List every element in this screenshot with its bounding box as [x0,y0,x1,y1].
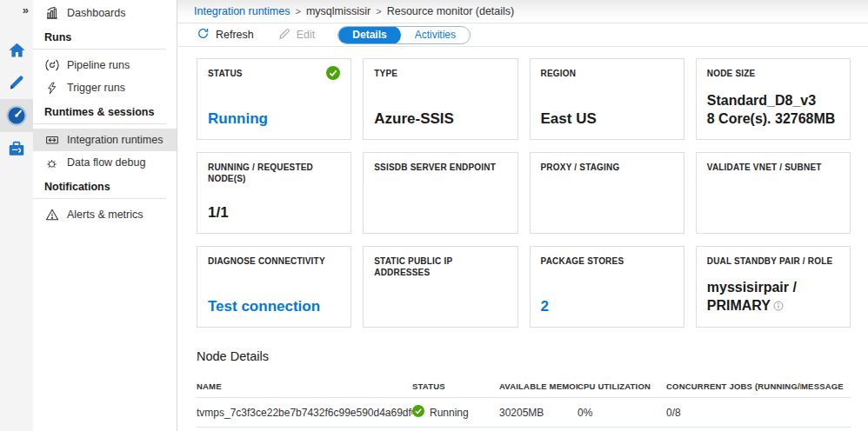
status-value-link[interactable]: Running [208,109,340,129]
card-ssisdb-endpoint: SSISDB SERVER ENDPOINT [363,152,517,234]
refresh-icon [197,27,210,43]
table-header-row: NAME STATUS AVAILABLE MEMORY CPU UTILIZA… [197,376,851,398]
node-status-ok-icon [412,405,424,420]
sidebar-item-pipeline-runs[interactable]: Pipeline runs [33,54,177,76]
col-message: MESSAGE [801,376,851,398]
sidebar-item-integration-runtimes[interactable]: Integration runtimes [33,129,177,151]
refresh-label: Refresh [216,29,254,41]
node-details-table: NAME STATUS AVAILABLE MEMORY CPU UTILIZA… [197,376,851,428]
card-status: STATUS Running [197,58,351,140]
col-concurrent-jobs: CONCURRENT JOBS (RUNNING/LIMIT) [666,376,801,398]
card-label: STATIC PUBLIC IP ADDRESSES [374,255,506,278]
nodes-value: 1/1 [208,203,340,222]
sidebar-section-runtimes-sessions: Runtimes & sessions [33,99,166,124]
card-label: DUAL STANDBY PAIR / ROLE [707,255,839,267]
node-status-cell: Running [412,398,499,428]
sidebar-item-label: Pipeline runs [67,59,130,71]
card-label: VALIDATE VNET / SUBNET [707,162,839,173]
card-label: NODE SIZE [707,68,839,79]
monitor-cards: STATUS Running TYPE Azure-SSIS REGION Ea… [197,58,851,328]
dual-standby-line2: PRIMARY [707,297,839,316]
card-label: PROXY / STAGING [541,162,673,173]
sidebar-item-alerts-metrics[interactable]: Alerts & metrics [33,203,177,226]
breadcrumb-separator: > [295,6,300,17]
sidebar-item-dashboards[interactable]: Dashboards [33,2,177,24]
view-toggle: Details Activities [337,26,471,44]
card-running-requested-nodes: RUNNING / REQUESTED NODE(S) 1/1 [197,152,351,234]
integration-runtimes-icon [44,133,59,148]
tab-activities[interactable]: Activities [401,26,470,44]
card-validate-vnet-subnet: VALIDATE VNET / SUBNET [696,152,851,234]
node-cpu-cell: 0% [578,398,666,428]
card-label: REGION [541,68,673,79]
data-flow-debug-icon [44,156,59,170]
pipeline-runs-icon [44,58,59,73]
pencil-icon [8,74,25,91]
col-cpu-utilization: CPU UTILIZATION [578,376,666,398]
card-node-size: NODE SIZE Standard_D8_v3 8 Core(s). 3276… [696,58,851,140]
breadcrumb-separator: > [376,6,381,17]
table-row: tvmps_7c3f3ce22be7b7432f6c99e590d4a69df0… [197,398,851,428]
home-icon [8,41,26,59]
node-details-section: Node Details NAME STATUS AVAILABLE MEMOR… [197,349,851,428]
edit-button[interactable]: Edit [278,28,316,43]
card-type: TYPE Azure-SSIS [363,58,517,140]
refresh-button[interactable]: Refresh [197,27,254,43]
card-diagnose-connectivity: DIAGNOSE CONNECTIVITY Test connection [197,246,351,328]
sidebar-menu: Dashboards Runs Pipeline runs Trigger ru… [33,0,177,431]
rail-item-monitor[interactable] [0,99,33,132]
dual-standby-line1: myssisirpair / [707,279,839,297]
node-memory-cell: 30205MB [499,398,578,428]
dual-standby-role: PRIMARY [707,298,771,313]
node-status-text: Running [430,407,469,419]
breadcrumb-ir-name[interactable]: mysqlmissisir [306,5,371,17]
sidebar-item-label: Alerts & metrics [67,209,144,221]
node-name-cell: tvmps_7c3f3ce22be7b7432f6c99e590d4a69df0… [197,398,412,428]
sidebar-section-notifications: Notifications [33,174,166,199]
sidebar-item-trigger-runs[interactable]: Trigger runs [33,76,177,99]
sidebar-item-label: Trigger runs [67,82,125,94]
test-connection-link[interactable]: Test connection [208,297,340,316]
trigger-runs-icon [44,81,59,96]
sidebar-item-label: Dashboards [67,7,125,19]
card-proxy-staging: PROXY / STAGING [530,152,684,234]
col-name: NAME [197,376,412,398]
node-message-cell [801,398,851,428]
toolbar: Refresh Edit Details Activities [177,23,868,47]
card-label: TYPE [374,68,506,79]
toolbox-icon [7,139,26,158]
card-label: RUNNING / REQUESTED NODE(S) [208,162,340,184]
breadcrumb-current-page: Resource monitor (details) [387,5,515,17]
card-label: DIAGNOSE CONNECTIVITY [208,255,340,267]
node-size-line1: Standard_D8_v3 [707,92,839,110]
sidebar-item-data-flow-debug[interactable]: Data flow debug [33,151,177,174]
edit-pencil-icon [278,28,290,43]
dual-standby-value: myssisirpair / PRIMARY [707,279,839,316]
main-panel: Integration runtimes > mysqlmissisir > R… [177,0,868,431]
alerts-metrics-icon [44,208,59,222]
card-label: SSISDB SERVER ENDPOINT [374,162,506,173]
card-label: PACKAGE STORES [541,255,673,267]
edit-label: Edit [297,29,316,41]
breadcrumb-integration-runtimes[interactable]: Integration runtimes [194,5,290,17]
expand-sidebar-button[interactable]: » [0,0,33,19]
node-size-line2: 8 Core(s). 32768MB [707,110,839,129]
app-window: » [0,0,868,431]
rail-item-author[interactable] [0,66,33,99]
tab-details[interactable]: Details [338,26,400,44]
rail-item-home[interactable] [0,33,33,66]
package-stores-link[interactable]: 2 [541,297,673,316]
status-ok-icon [326,66,340,83]
dashboards-icon [44,6,59,21]
info-icon[interactable] [773,298,784,316]
card-package-stores: PACKAGE STORES 2 [530,246,684,328]
card-label: STATUS [208,68,243,79]
node-jobs-cell: 0/8 [666,398,801,428]
breadcrumb: Integration runtimes > mysqlmissisir > R… [177,0,868,23]
card-static-public-ips: STATIC PUBLIC IP ADDRESSES [363,246,517,328]
node-details-title: Node Details [197,349,851,363]
rail-item-manage[interactable] [0,132,33,165]
gauge-icon [6,105,27,126]
region-value: East US [541,109,673,129]
card-region: REGION East US [530,58,684,140]
